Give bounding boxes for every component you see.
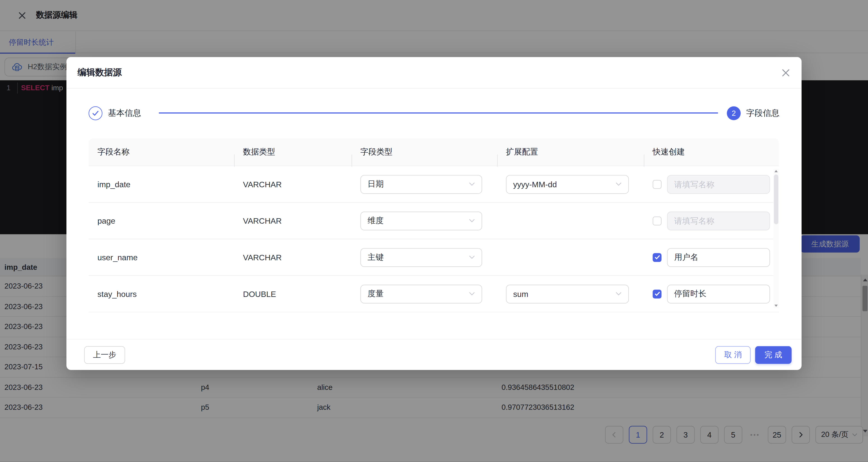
step1-finished-circle — [89, 106, 102, 120]
modal-footer: 上一步 取 消 完 成 — [66, 339, 802, 370]
field-type-select[interactable]: 度量 — [360, 284, 482, 303]
scroll-up-icon[interactable] — [774, 170, 778, 172]
quick-create-checkbox[interactable] — [653, 253, 661, 261]
quick-create-cell — [644, 211, 779, 230]
fields-table: 字段名称 数据类型 字段类型 扩展配置 快速创建 imp_date VARCHA… — [89, 138, 779, 312]
field-row-page: page VARCHAR 维度 — [89, 203, 779, 239]
field-name: page — [89, 216, 234, 225]
chevron-down-icon — [469, 219, 475, 222]
data-type: VARCHAR — [234, 180, 351, 189]
column-header-data-type: 数据类型 — [234, 147, 351, 157]
step2-number-badge: 2 — [727, 106, 741, 120]
quick-create-cell — [644, 248, 779, 267]
field-type-select[interactable]: 日期 — [360, 175, 482, 193]
field-type-cell: 度量 — [351, 284, 497, 303]
edit-datasource-modal: 编辑数据源 基本信息 2 字段信息 字段名称 数据类型 字段类型 扩展配置 快速… — [66, 57, 802, 370]
modal-title: 编辑数据源 — [78, 67, 122, 78]
ext-config-cell: yyyy-MM-dd — [497, 175, 644, 193]
select-value: 日期 — [368, 179, 383, 189]
step-connector — [159, 113, 718, 114]
step1-label: 基本信息 — [108, 107, 141, 118]
select-value: 主键 — [368, 252, 383, 263]
field-row-user-name: user_name VARCHAR 主键 — [89, 239, 779, 276]
finish-button[interactable]: 完 成 — [755, 346, 792, 363]
prev-step-button[interactable]: 上一步 — [84, 346, 125, 363]
data-type: DOUBLE — [234, 289, 351, 298]
chevron-down-icon — [469, 182, 475, 186]
field-type-cell: 日期 — [351, 175, 497, 193]
column-header-quick-create: 快速创建 — [644, 147, 779, 157]
check-icon — [654, 291, 660, 296]
column-header-field-name: 字段名称 — [89, 147, 234, 157]
quick-create-cell — [644, 284, 779, 303]
field-type-cell: 维度 — [351, 211, 497, 230]
step2-label: 字段信息 — [746, 107, 779, 118]
field-row-stay-hours: stay_hours DOUBLE 度量 sum — [89, 276, 779, 312]
scroll-down-icon[interactable] — [774, 305, 778, 307]
chevron-down-icon — [616, 292, 622, 296]
field-name: imp_date — [89, 180, 234, 189]
fields-table-header: 字段名称 数据类型 字段类型 扩展配置 快速创建 — [89, 138, 779, 166]
date-format-select[interactable]: yyyy-MM-dd — [506, 175, 629, 193]
quick-create-cell — [644, 175, 779, 193]
modal-header: 编辑数据源 — [66, 57, 802, 89]
modal-close-icon[interactable] — [781, 68, 791, 78]
select-value: sum — [513, 289, 528, 298]
data-type: VARCHAR — [234, 253, 351, 261]
select-value: 维度 — [368, 216, 383, 226]
select-value: yyyy-MM-dd — [513, 180, 557, 189]
quick-name-input[interactable] — [667, 284, 770, 303]
aggregation-select[interactable]: sum — [506, 284, 629, 303]
column-header-field-type: 字段类型 — [351, 147, 497, 157]
quick-name-input — [667, 175, 770, 193]
fields-table-scrollbar[interactable] — [773, 169, 779, 308]
select-value: 度量 — [368, 288, 383, 299]
check-icon — [654, 255, 660, 260]
screen: 数据源编辑 停留时长统计 H2数据实例 1SELECT imp — [0, 0, 868, 462]
ext-config-cell: sum — [497, 284, 644, 303]
quick-create-checkbox[interactable] — [653, 180, 661, 189]
chevron-down-icon — [469, 292, 475, 296]
cancel-button[interactable]: 取 消 — [715, 346, 751, 363]
field-row-imp-date: imp_date VARCHAR 日期 yyyy-MM-dd — [89, 166, 779, 203]
steps: 基本信息 2 字段信息 — [89, 101, 779, 125]
chevron-down-icon — [469, 255, 475, 259]
column-header-ext-config: 扩展配置 — [497, 147, 644, 157]
quick-create-checkbox[interactable] — [653, 216, 661, 225]
quick-create-checkbox[interactable] — [653, 289, 661, 298]
field-type-cell: 主键 — [351, 248, 497, 267]
field-name: user_name — [89, 253, 234, 261]
quick-name-input[interactable] — [667, 248, 770, 267]
field-type-select[interactable]: 主键 — [360, 248, 482, 267]
chevron-down-icon — [616, 182, 622, 186]
data-type: VARCHAR — [234, 216, 351, 225]
check-icon — [92, 110, 99, 116]
scrollbar-thumb[interactable] — [774, 174, 778, 224]
field-name: stay_hours — [89, 289, 234, 298]
field-type-select[interactable]: 维度 — [360, 211, 482, 230]
quick-name-input — [667, 211, 770, 230]
